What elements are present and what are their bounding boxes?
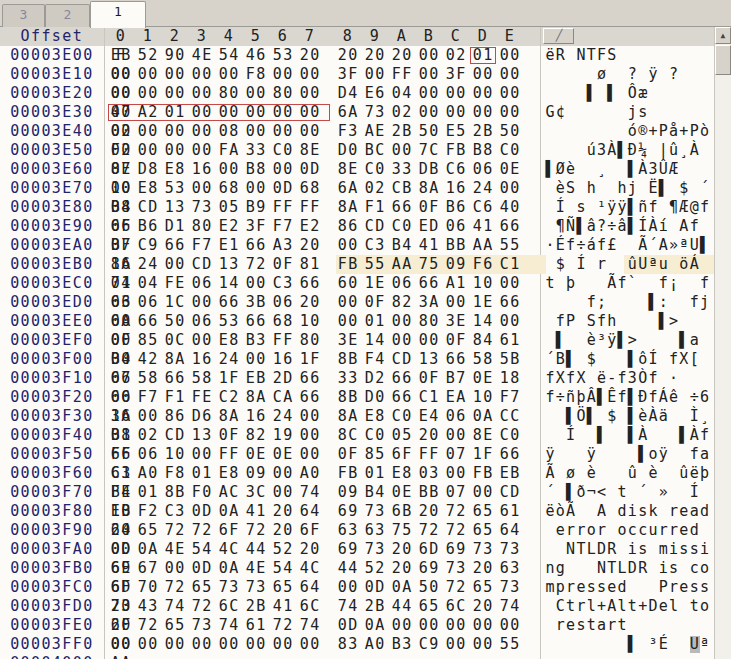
hex-byte[interactable]: 24 [273,407,300,426]
text-char[interactable] [700,350,710,369]
hex-byte[interactable]: 20 [392,46,419,65]
hex-byte[interactable]: 69 [338,540,365,559]
hex-byte[interactable]: 00 [192,122,219,141]
text-char[interactable] [587,559,597,578]
text-char[interactable] [607,464,617,483]
text-char[interactable] [669,445,679,464]
text-char[interactable] [638,274,648,293]
hex-byte[interactable]: 61 [246,616,273,635]
text-char[interactable]: s [638,103,648,122]
text-char[interactable] [556,293,566,312]
hex-byte[interactable]: 00 [473,635,500,654]
text-char[interactable] [659,65,669,84]
text-char[interactable] [679,312,689,331]
text-char[interactable] [587,426,597,445]
text-char[interactable]: e [659,597,669,616]
text-char[interactable] [576,350,586,369]
hex-byte[interactable]: F8 [246,65,273,84]
hex-byte[interactable]: 1F [473,445,500,464]
text-char[interactable]: > [628,331,638,350]
hex-byte[interactable]: 00 [246,179,273,198]
hex-byte[interactable]: 85 [365,445,392,464]
text-char[interactable] [669,407,679,426]
text-char[interactable]: j [700,293,710,312]
text-char[interactable] [587,103,597,122]
hex-byte[interactable]: 19 [273,426,300,445]
hex-byte[interactable]: 7C [419,141,446,160]
text-char[interactable]: í [659,217,669,236]
hex-byte[interactable]: 00 [246,635,273,654]
hex-byte[interactable]: 06 [446,407,473,426]
text-char[interactable]: ÷ [576,236,586,255]
text-char[interactable]: f [597,312,607,331]
hex-byte[interactable]: C0 [365,426,392,445]
text-char[interactable] [690,179,700,198]
hex-byte[interactable]: 00 [273,103,300,122]
text-char[interactable]: e [566,616,576,635]
text-char[interactable]: a [597,616,607,635]
hex-byte[interactable]: 20 [419,426,446,445]
text-char[interactable]: c [638,521,648,540]
hex-byte[interactable]: C2 [219,388,246,407]
text-char[interactable]: ë [690,464,700,483]
text-char[interactable] [669,293,679,312]
hex-byte[interactable]: 00 [392,312,419,331]
hex-byte[interactable]: 20 [300,46,327,65]
hex-byte[interactable]: AA [473,236,500,255]
hex-byte[interactable]: 00 [192,293,219,312]
hex-byte[interactable]: 00 [219,103,246,122]
text-char[interactable]: X [679,350,689,369]
hex-byte[interactable]: D2 [365,369,392,388]
hex-byte[interactable]: 2B [246,597,273,616]
hex-byte[interactable]: 00 [192,445,219,464]
text-char[interactable]: - [607,369,617,388]
hex-byte[interactable]: 16 [446,179,473,198]
text-char[interactable] [628,46,638,65]
text-char[interactable]: t [618,616,628,635]
text-char[interactable] [597,350,607,369]
hex-byte[interactable]: 72 [192,597,219,616]
text-char[interactable]: ▌ [566,483,576,502]
hex-byte[interactable]: 74 [111,274,138,293]
text-char[interactable] [597,407,607,426]
hex-byte[interactable]: 66 [300,369,327,388]
text-char[interactable]: i [628,540,638,559]
text-char[interactable]: d [700,502,710,521]
text-char[interactable] [545,426,555,445]
hex-byte[interactable]: 65 [419,597,446,616]
text-char[interactable]: d [690,521,700,540]
text-char[interactable]: ë [545,46,555,65]
hex-byte[interactable]: 10 [473,388,500,407]
text-char[interactable]: 3 [597,141,607,160]
text-char[interactable]: t [618,483,628,502]
hex-byte[interactable]: 16 [192,350,219,369]
hex-byte[interactable]: 54 [219,46,246,65]
hex-byte[interactable]: 00 [446,464,473,483]
hex-byte[interactable]: 09 [446,255,473,274]
text-char[interactable]: û [679,464,689,483]
text-char[interactable] [545,331,555,350]
hex-byte[interactable]: 66 [165,236,192,255]
text-char[interactable]: À [638,160,648,179]
hex-byte[interactable]: 63 [500,559,527,578]
text-char[interactable]: f [648,198,658,217]
hex-byte[interactable]: 66 [111,388,138,407]
text-char[interactable]: u [648,521,658,540]
text-char[interactable]: U [638,255,648,274]
text-char[interactable]: s [587,578,597,597]
hex-byte[interactable]: 68 [219,179,246,198]
hex-byte[interactable]: 0D [192,502,219,521]
text-char[interactable] [618,464,628,483]
hex-byte[interactable]: 00 [338,578,365,597]
text-char[interactable] [618,293,628,312]
text-char[interactable]: $ [587,350,597,369]
hex-byte[interactable]: 09 [246,464,273,483]
hex-byte[interactable]: 0F [273,255,300,274]
hex-byte[interactable]: C0 [392,407,419,426]
hex-byte[interactable]: 00 [500,103,527,122]
text-char[interactable] [700,369,710,388]
text-char[interactable] [618,407,628,426]
hex-byte[interactable]: 24 [138,255,165,274]
text-char[interactable]: a [700,445,710,464]
text-char[interactable]: j [628,179,638,198]
